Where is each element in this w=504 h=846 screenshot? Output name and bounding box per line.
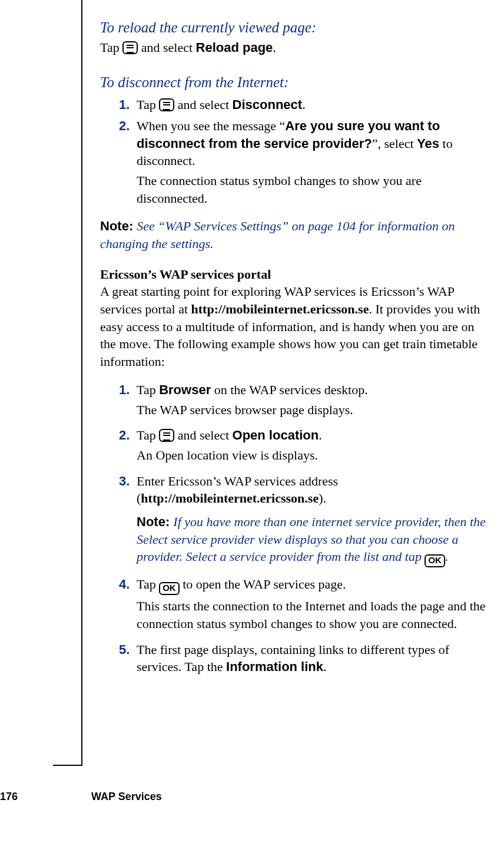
step-continuation: The WAP services browser page displays. bbox=[137, 401, 492, 419]
list-item: 1. Tap Browser on the WAP services deskt… bbox=[100, 381, 492, 418]
app-label: Browser bbox=[159, 382, 211, 397]
button-label: Yes bbox=[417, 136, 439, 151]
note-label: Note: bbox=[100, 219, 137, 233]
portal-paragraph: A great starting point for exploring WAP… bbox=[100, 283, 492, 370]
list-item: 2. Tap and select Open location. An Open… bbox=[100, 427, 492, 464]
text: to open the WAP services page. bbox=[183, 577, 346, 591]
menu-item-label: Open location bbox=[233, 428, 319, 442]
heading-reload: To reload the currently viewed page: bbox=[100, 18, 492, 38]
step-continuation: The connection status symbol changes to … bbox=[137, 172, 492, 207]
text: Tap bbox=[100, 40, 122, 55]
text: . bbox=[273, 40, 276, 55]
text: ). bbox=[319, 491, 326, 505]
menu-icon bbox=[159, 98, 174, 111]
page-number: 176 bbox=[0, 789, 88, 804]
list-item: 1. Tap and select Disconnect. bbox=[100, 96, 492, 114]
reload-instruction: Tap and select Reload page. bbox=[100, 39, 492, 57]
step-number: 3. bbox=[119, 472, 130, 490]
note: Note: See “WAP Services Settings” on pag… bbox=[100, 217, 492, 252]
note-label: Note: bbox=[137, 514, 173, 529]
text: on the WAP services desktop. bbox=[211, 382, 367, 397]
note-text: . bbox=[445, 549, 449, 564]
ok-icon: OK bbox=[425, 554, 445, 567]
text: and select bbox=[141, 40, 196, 55]
list-item: 2. When you see the message “Are you sur… bbox=[100, 117, 492, 207]
link-label: Information link bbox=[226, 659, 323, 674]
step-number: 4. bbox=[119, 576, 130, 593]
content-column: To reload the currently viewed page: Tap… bbox=[100, 12, 492, 676]
menu-item-label: Reload page bbox=[196, 40, 273, 55]
step-number: 2. bbox=[119, 117, 130, 135]
text: ”, select bbox=[372, 136, 417, 151]
step-number: 2. bbox=[119, 427, 130, 444]
list-item: 5. The first page displays, containing l… bbox=[100, 641, 492, 676]
text: When you see the message “ bbox=[137, 118, 285, 133]
menu-icon bbox=[159, 429, 174, 442]
portal-steps: 1. Tap Browser on the WAP services deskt… bbox=[100, 381, 492, 676]
step-continuation: This starts the connection to the Intern… bbox=[137, 597, 492, 632]
step-continuation: An Open location view is displays. bbox=[137, 447, 492, 464]
page: To reload the currently viewed page: Tap… bbox=[0, 0, 504, 813]
note-text: See “WAP Services Settings” on page 104 … bbox=[100, 219, 455, 251]
disconnect-steps: 1. Tap and select Disconnect. 2. When yo… bbox=[100, 96, 492, 207]
text: Tap bbox=[137, 428, 159, 442]
list-item: 3. Enter Ericsson’s WAP services address… bbox=[100, 472, 492, 568]
step-number: 1. bbox=[119, 96, 130, 114]
menu-item-label: Disconnect bbox=[233, 97, 303, 112]
subheading-portal: Ericsson’s WAP services portal bbox=[100, 266, 492, 283]
step-number: 1. bbox=[119, 381, 130, 399]
step-number: 5. bbox=[119, 641, 130, 659]
nested-note: Note: If you have more than one internet… bbox=[137, 513, 492, 567]
page-footer: 176 WAP Services bbox=[0, 789, 162, 804]
text: and select bbox=[178, 428, 233, 442]
text: . bbox=[323, 659, 327, 674]
text: Tap bbox=[137, 382, 159, 397]
text: and select bbox=[178, 97, 233, 112]
url: http://mobileinternet.ericsson.se bbox=[141, 491, 319, 505]
heading-disconnect: To disconnect from the Internet: bbox=[100, 72, 492, 92]
text: . bbox=[319, 428, 322, 442]
menu-icon bbox=[122, 41, 138, 54]
ok-icon: OK bbox=[159, 582, 180, 595]
section-title: WAP Services bbox=[91, 791, 162, 802]
text: Tap bbox=[137, 97, 159, 112]
text: Tap bbox=[137, 577, 159, 591]
text: . bbox=[302, 97, 306, 112]
list-item: 4. Tap OK to open the WAP services page.… bbox=[100, 576, 492, 632]
margin-rule bbox=[81, 0, 82, 766]
url: http://mobileinternet.ericsson.se bbox=[191, 302, 369, 316]
